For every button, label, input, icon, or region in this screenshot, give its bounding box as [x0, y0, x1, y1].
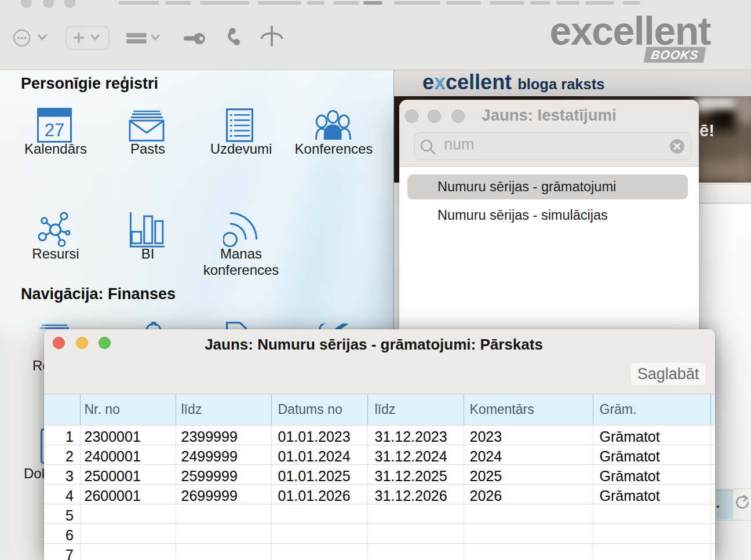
svg-text:27: 27	[45, 120, 64, 140]
